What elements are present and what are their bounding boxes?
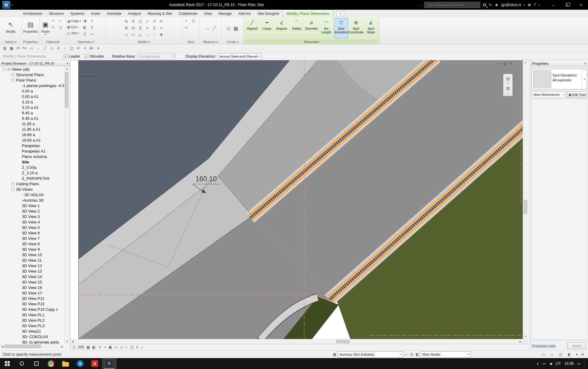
a360-icon[interactable]: ✕ xyxy=(528,3,531,7)
tree-item[interactable]: − 3D Views xyxy=(0,186,70,192)
restore-button[interactable] xyxy=(560,0,574,10)
ribbon-tab[interactable]: Architecture xyxy=(19,10,46,17)
ribbon-display-toggle[interactable]: ▾ xyxy=(336,11,344,16)
tree-item[interactable]: 3D View 5 xyxy=(0,225,70,230)
tree-item[interactable]: 3D View 6 xyxy=(0,230,70,236)
refresh-icon[interactable]: ↻ xyxy=(489,3,492,7)
canvas-horizontal-scrollbar[interactable]: ◀ ▶ xyxy=(70,339,523,344)
leader-checkbox-group[interactable]: ✓ Leader xyxy=(64,54,80,59)
tree-item[interactable]: 16.65 a A1 xyxy=(0,137,70,143)
leader-checkbox[interactable]: ✓ xyxy=(64,54,68,58)
help-dropdown-icon[interactable]: ▾ xyxy=(539,4,540,6)
type-selector[interactable]: Spot Elevations Alt paprasta ▾ xyxy=(532,69,587,89)
qat-icon[interactable]: ▾ xyxy=(95,45,101,51)
language-indicator[interactable]: LIT xyxy=(556,361,561,366)
view-control-icon[interactable]: ≡ xyxy=(136,345,138,349)
ribbon-tab[interactable]: Add-Ins xyxy=(235,10,254,17)
clipboard-tool-icon[interactable]: ✎ xyxy=(50,25,56,30)
tree-item[interactable]: − ▤ Views (all) xyxy=(0,66,70,72)
ribbon-tab[interactable]: Massing & Site xyxy=(144,10,175,17)
view-tool-icon[interactable]: ◫ xyxy=(191,18,196,23)
status-toggle-icon[interactable]: ▱ xyxy=(550,352,553,357)
modify-button[interactable]: ↖ Modify xyxy=(3,18,19,39)
edit-type-button[interactable]: ▦ Edit Type xyxy=(567,91,587,98)
active-workset-select[interactable]: Aurimas (Not Editable) ▾ xyxy=(338,351,403,357)
tree-item[interactable]: 3D View 8 xyxy=(0,241,70,247)
modify-tool-icon[interactable]: ■ xyxy=(158,31,165,38)
tree-item[interactable]: 3D View PJ3 Copy 1 xyxy=(0,307,70,312)
browser-vertical-scrollbar[interactable]: ▲ ▼ xyxy=(64,66,69,344)
expander-icon[interactable]: + xyxy=(11,182,15,186)
tree-item[interactable]: Parapetas xyxy=(0,143,70,148)
tree-item[interactable]: Parapetas A1 xyxy=(0,148,70,154)
close-button[interactable]: × xyxy=(574,0,588,10)
geometry-small-icon[interactable]: ∥ xyxy=(90,25,95,30)
search-icon[interactable] xyxy=(483,3,486,6)
scrollbar-thumb[interactable] xyxy=(336,340,350,343)
view-control-icon[interactable]: ◑ xyxy=(104,345,106,349)
view-control-icon[interactable]: ▣ xyxy=(108,345,112,349)
zoom-icon[interactable] xyxy=(504,85,512,92)
tree-item[interactable]: 3D View 12 xyxy=(0,263,70,268)
view-control-icon[interactable]: ○ xyxy=(125,345,127,349)
modify-tool-icon[interactable]: ⊞ xyxy=(123,25,130,31)
design-options-icon[interactable]: ◧ xyxy=(416,352,419,357)
tree-item[interactable]: 11.85 a xyxy=(0,121,70,126)
tree-item[interactable]: 3D View 2 xyxy=(0,208,70,214)
account-dropdown-icon[interactable]: ▾ xyxy=(524,4,525,6)
geometry-tool-button[interactable]: ▦ Cut ▾ xyxy=(67,24,81,30)
scroll-up-icon[interactable]: ▲ xyxy=(65,67,69,71)
create-tool-icon[interactable]: ▦ xyxy=(234,25,238,31)
qat-icon[interactable]: ↻▾ xyxy=(22,45,28,51)
modify-tool-icon[interactable]: ━ xyxy=(158,25,165,31)
filter-icon[interactable]: ▾ xyxy=(576,352,578,357)
design-option-select[interactable]: Main Model ▾ xyxy=(420,351,471,357)
taskbar-item-revit[interactable]: R xyxy=(102,358,117,369)
close-icon[interactable]: × xyxy=(584,62,586,66)
modify-tool-icon[interactable]: ⇅ xyxy=(130,18,137,25)
modify-tool-icon[interactable]: ◇ xyxy=(123,31,130,38)
tree-item[interactable]: 3D View 3 xyxy=(0,214,70,219)
tree-item[interactable]: 3D- to generate parts xyxy=(0,339,70,344)
qat-icon[interactable]: A xyxy=(55,45,61,51)
clock[interactable]: 15:36 xyxy=(565,361,574,366)
tree-item[interactable]: 3D View 10 xyxy=(0,252,70,257)
expander-icon[interactable]: − xyxy=(11,79,15,82)
view-restore-icon[interactable] xyxy=(504,62,506,65)
dimension-tool-button[interactable]: ⌒ Radial xyxy=(290,18,304,39)
properties-grid[interactable] xyxy=(532,100,587,339)
clipboard-tool-icon[interactable]: ◫ xyxy=(58,25,63,30)
shoulder-checkbox[interactable]: ✓ xyxy=(84,54,88,58)
shoulder-checkbox-group[interactable]: ✓ Shoulder xyxy=(84,54,104,59)
geometry-small-icon[interactable]: ◨ xyxy=(82,18,88,23)
infocenter-chevron-icon[interactable]: › xyxy=(420,3,421,7)
ribbon-tab[interactable]: Site Designer xyxy=(254,10,283,17)
ribbon-tab[interactable]: Analyze xyxy=(125,10,144,17)
expander-icon[interactable]: − xyxy=(2,68,6,71)
tree-item[interactable]: Z_0.00a xyxy=(0,165,70,170)
qat-icon[interactable]: ╱ xyxy=(42,45,48,51)
view-tool-icon[interactable]: ▭ xyxy=(184,25,189,30)
display-elevations-select[interactable]: Actual (Selected) Elevati ▾ xyxy=(218,53,262,59)
tree-item[interactable]: 3D View 1 xyxy=(0,203,70,208)
notifications-icon[interactable]: ▭ xyxy=(577,362,580,366)
dimension-tool-button[interactable]: ━ Linear xyxy=(260,18,274,39)
tree-item[interactable]: 3D View PL2 xyxy=(0,317,70,323)
expander-icon[interactable]: + xyxy=(11,73,15,76)
tree-item[interactable]: Plano schema xyxy=(0,154,70,159)
browser-horizontal-scrollbar[interactable]: ◀ ▶ xyxy=(0,344,64,349)
scrollbar-thumb[interactable] xyxy=(524,200,527,214)
status-toggle-icon[interactable]: ▭ xyxy=(542,352,545,357)
scroll-right-icon[interactable]: ▶ xyxy=(60,344,64,349)
tree-item[interactable]: 3.15 a xyxy=(0,99,70,105)
clipboard-tool-icon[interactable]: ▱ xyxy=(58,18,63,23)
tree-item[interactable]: 3D View 9 xyxy=(0,247,70,252)
ribbon-tab[interactable]: Manage xyxy=(215,10,235,17)
taskbar-item-explorer[interactable] xyxy=(58,358,73,369)
tray-icon[interactable]: ∧ xyxy=(536,362,539,366)
tree-item[interactable]: 3D View PJ1 xyxy=(0,296,70,301)
taskbar-item-chrome[interactable] xyxy=(44,358,58,369)
geometry-tool-button[interactable]: ◪ Cope ▾ xyxy=(67,18,81,24)
measure-tool-icon[interactable]: ↔ xyxy=(206,25,210,31)
task-view-button[interactable] xyxy=(29,358,44,369)
